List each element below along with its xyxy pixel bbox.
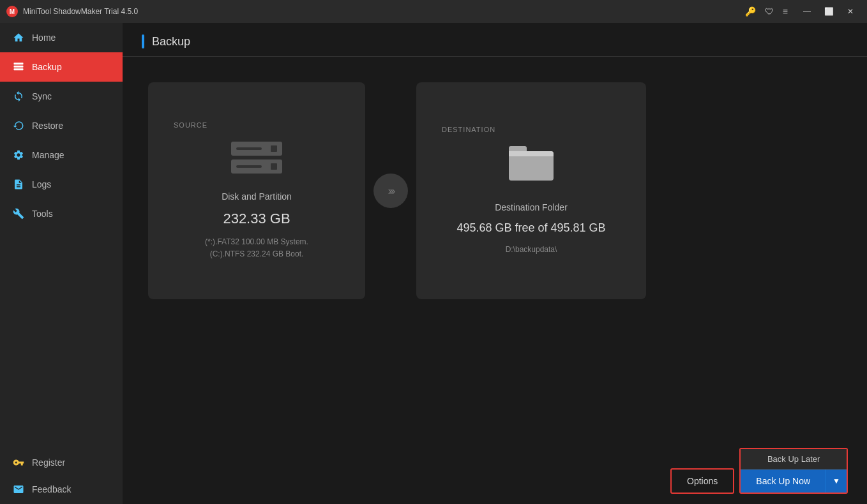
- destination-card[interactable]: DESTINATION Destination Folder 495.68 GB…: [416, 82, 646, 299]
- backup-button-group: Back Up Later Back Up Now ▼: [739, 448, 848, 494]
- arrow-circle-icon: ›››: [373, 174, 408, 208]
- backup-dropdown-button[interactable]: ▼: [826, 470, 847, 493]
- restore-icon: [13, 120, 24, 131]
- sidebar-item-tools[interactable]: Tools: [0, 199, 123, 228]
- destination-card-size: 495.68 GB free of 495.81 GB: [456, 221, 605, 235]
- title-actions: 🔑 🛡 ≡: [745, 6, 788, 17]
- source-card-size: 232.33 GB: [223, 211, 290, 227]
- disk-bar-2: [231, 159, 282, 174]
- back-up-now-button[interactable]: Back Up Now: [741, 470, 826, 493]
- svg-rect-2: [14, 63, 24, 64]
- destination-card-name: Destination Folder: [495, 202, 568, 212]
- maximize-button[interactable]: ⬜: [818, 3, 839, 20]
- main-layout: Home Backup Sync Restore: [0, 23, 867, 504]
- sidebar-item-register[interactable]: Register: [0, 448, 123, 475]
- svg-rect-3: [14, 66, 24, 68]
- window-controls: — ⬜ ✕: [797, 3, 861, 20]
- backup-content: SOURCE Disk and Partition 232.33 GB (*:)…: [123, 57, 867, 438]
- destination-label: DESTINATION: [442, 126, 495, 133]
- sidebar-label-feedback: Feedback: [32, 484, 71, 494]
- pin-icon[interactable]: 🔑: [745, 6, 756, 17]
- page-title: Backup: [152, 35, 190, 48]
- page-header: Backup: [123, 23, 867, 57]
- sidebar-label-sync: Sync: [32, 91, 52, 101]
- source-card[interactable]: SOURCE Disk and Partition 232.33 GB (*:)…: [148, 82, 365, 299]
- source-card-name: Disk and Partition: [222, 191, 292, 202]
- svg-text:M: M: [10, 8, 15, 15]
- options-button[interactable]: Options: [670, 468, 734, 494]
- back-up-later-button[interactable]: Back Up Later: [741, 449, 847, 470]
- backup-now-row: Back Up Now ▼: [741, 470, 847, 493]
- sidebar-label-manage: Manage: [32, 150, 64, 160]
- title-bar: M MiniTool ShadowMaker Trial 4.5.0 🔑 🛡 ≡…: [0, 0, 867, 23]
- source-card-details: (*:).FAT32 100.00 MB System. (C:).NTFS 2…: [205, 236, 308, 260]
- content-area: Backup SOURCE Disk and Partition 232.33 …: [123, 23, 867, 504]
- arrow-connector: ›››: [365, 174, 416, 208]
- manage-icon: [13, 149, 24, 161]
- info-icon[interactable]: 🛡: [765, 6, 774, 17]
- folder-icon: [509, 146, 554, 184]
- tools-icon: [13, 208, 24, 219]
- svg-rect-4: [14, 68, 24, 70]
- feedback-icon: [13, 484, 24, 495]
- logs-icon: [13, 179, 24, 190]
- register-icon: [13, 457, 24, 468]
- source-label: SOURCE: [174, 121, 207, 129]
- sync-icon: [13, 91, 24, 102]
- sidebar-item-logs[interactable]: Logs: [0, 170, 123, 199]
- header-accent: [142, 34, 144, 48]
- sidebar-label-logs: Logs: [32, 179, 51, 189]
- app-logo-icon: M: [6, 6, 18, 17]
- sidebar: Home Backup Sync Restore: [0, 23, 123, 504]
- sidebar-label-home: Home: [32, 33, 56, 43]
- app-title: MiniTool ShadowMaker Trial 4.5.0: [23, 7, 745, 16]
- disk-bar-1: [231, 142, 282, 156]
- backup-icon: [13, 61, 24, 73]
- menu-icon[interactable]: ≡: [783, 6, 788, 17]
- minimize-button[interactable]: —: [797, 3, 817, 20]
- sidebar-item-backup[interactable]: Backup: [0, 52, 123, 82]
- sidebar-label-tools: Tools: [32, 209, 53, 219]
- sidebar-item-home[interactable]: Home: [0, 23, 123, 52]
- sidebar-item-restore[interactable]: Restore: [0, 111, 123, 140]
- sidebar-item-manage[interactable]: Manage: [0, 140, 123, 170]
- cards-row: SOURCE Disk and Partition 232.33 GB (*:)…: [148, 82, 841, 299]
- sidebar-label-register: Register: [32, 457, 65, 468]
- destination-card-path: D:\backupdata\: [506, 244, 557, 256]
- close-button[interactable]: ✕: [840, 3, 861, 20]
- sidebar-label-backup: Backup: [32, 62, 62, 72]
- sidebar-label-restore: Restore: [32, 121, 63, 131]
- disk-icon: [231, 142, 282, 174]
- sidebar-item-sync[interactable]: Sync: [0, 82, 123, 111]
- bottom-bar: Options Back Up Later Back Up Now ▼: [123, 438, 867, 504]
- home-icon: [13, 32, 24, 43]
- sidebar-item-feedback[interactable]: Feedback: [0, 475, 123, 504]
